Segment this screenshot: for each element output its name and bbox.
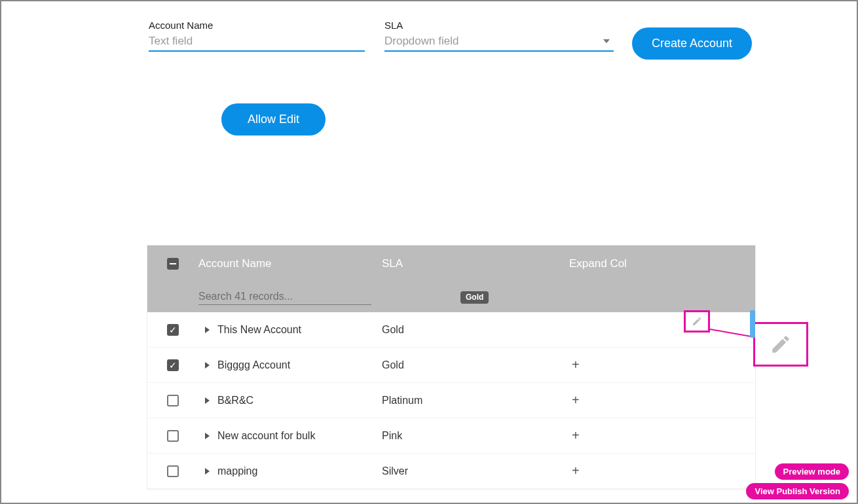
annotation-box-small — [684, 310, 710, 333]
row-sla: Gold — [382, 359, 569, 371]
sla-field: SLA Dropdown field — [384, 20, 614, 52]
col-header-sla[interactable]: SLA — [382, 257, 569, 270]
expand-row-icon[interactable] — [205, 433, 210, 439]
table-row: B&R&CPlatinum+ — [147, 383, 755, 418]
row-sla: Silver — [382, 465, 569, 477]
chevron-down-icon — [603, 39, 610, 43]
sla-filter-chip[interactable]: Gold — [460, 291, 489, 304]
col-header-name[interactable]: Account Name — [198, 257, 382, 270]
row-account-name: Bigggg Account — [217, 359, 290, 371]
create-account-button[interactable]: Create Account — [632, 27, 752, 60]
expand-plus-icon[interactable]: + — [572, 393, 580, 407]
expand-row-icon[interactable] — [205, 468, 210, 475]
table-row: ✓Bigggg AccountGold+ — [147, 348, 755, 383]
expand-row-icon[interactable] — [205, 397, 210, 404]
account-name-input[interactable] — [149, 35, 365, 48]
row-checkbox[interactable] — [167, 430, 179, 442]
expand-row-icon[interactable] — [205, 327, 210, 333]
row-sla: Pink — [382, 430, 569, 442]
row-sla: Platinum — [382, 395, 569, 406]
grid-scrollbar-thumb[interactable] — [750, 310, 755, 338]
row-checkbox[interactable]: ✓ — [167, 359, 179, 371]
view-publish-badge[interactable]: View Publish Version — [746, 483, 849, 499]
table-row: New account for bulkPink+ — [147, 418, 755, 454]
row-account-name: mapping — [217, 465, 257, 477]
row-sla: Gold — [382, 324, 569, 336]
accounts-grid: Account Name SLA Expand Col Gold ✓This N… — [147, 245, 756, 490]
sla-placeholder: Dropdown field — [384, 35, 603, 48]
sla-dropdown[interactable]: Dropdown field — [384, 33, 614, 52]
table-row: ✓This New AccountGold — [147, 312, 755, 348]
grid-search-input[interactable] — [198, 289, 371, 304]
account-name-label: Account Name — [149, 20, 365, 31]
select-all-checkbox[interactable] — [167, 258, 179, 270]
row-checkbox[interactable]: ✓ — [167, 324, 179, 336]
table-row: mappingSilver+ — [147, 454, 755, 489]
account-name-field: Account Name — [149, 20, 365, 52]
preview-mode-badge[interactable]: Preview mode — [775, 463, 849, 480]
pencil-icon-large — [770, 333, 792, 355]
annotation-box-large — [753, 322, 808, 367]
expand-row-icon[interactable] — [205, 362, 210, 369]
col-header-expand[interactable]: Expand Col — [569, 257, 755, 270]
row-account-name: This New Account — [217, 324, 301, 336]
row-checkbox[interactable] — [167, 465, 179, 477]
pencil-icon — [692, 316, 702, 327]
expand-plus-icon[interactable]: + — [572, 357, 580, 372]
row-account-name: B&R&C — [217, 395, 253, 406]
sla-label: SLA — [384, 20, 614, 31]
row-account-name: New account for bulk — [217, 430, 315, 442]
allow-edit-button[interactable]: Allow Edit — [221, 103, 326, 135]
expand-plus-icon[interactable]: + — [572, 463, 580, 478]
row-checkbox[interactable] — [167, 395, 179, 406]
expand-plus-icon[interactable]: + — [572, 428, 580, 442]
